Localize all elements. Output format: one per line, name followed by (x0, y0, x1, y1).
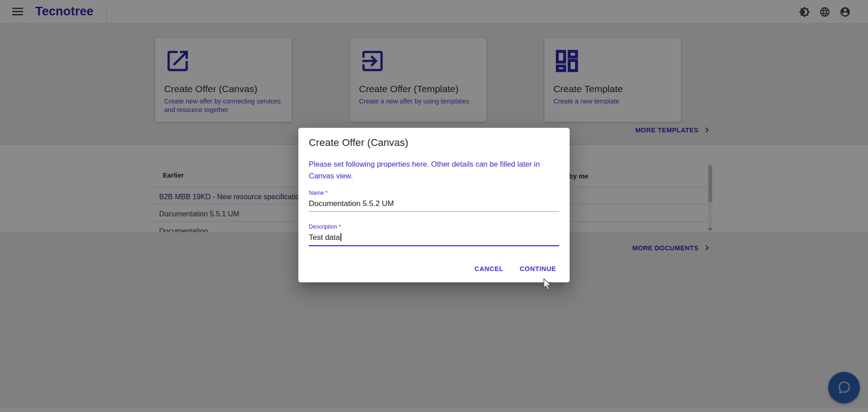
name-field: Name * Documentation 5.5.2 UM (309, 190, 561, 212)
description-input[interactable]: Test data (309, 233, 559, 246)
dialog-info-text: Please set following properties here. Ot… (309, 159, 557, 182)
continue-button[interactable]: CONTINUE (513, 261, 562, 276)
create-offer-canvas-dialog: Create Offer (Canvas) Please set followi… (298, 128, 570, 282)
description-value: Test data (309, 233, 340, 242)
name-input[interactable]: Documentation 5.5.2 UM (309, 199, 559, 212)
dialog-title: Create Offer (Canvas) (309, 137, 561, 149)
description-label: Description * (309, 224, 561, 230)
text-caret (340, 233, 341, 241)
name-label: Name * (309, 190, 561, 196)
cancel-button[interactable]: CANCEL (468, 261, 509, 276)
dialog-actions: CANCEL CONTINUE (468, 261, 562, 276)
description-field: Description * Test data (309, 224, 561, 246)
